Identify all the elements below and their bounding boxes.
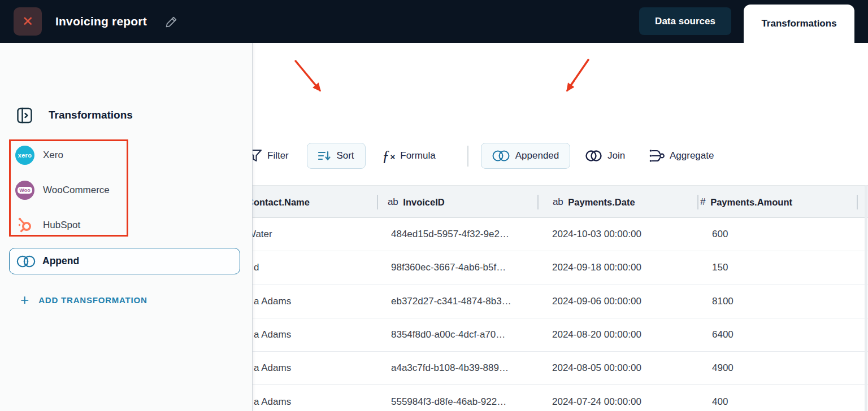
filter-button[interactable]: Filter (248, 143, 289, 169)
source-label: Xero (43, 150, 63, 161)
formula-fx-icon: ƒ× (382, 148, 395, 164)
plus-icon: + (20, 292, 29, 307)
top-bar: ✕ Invoicing report Data sources Transfor… (0, 0, 868, 43)
formula-button[interactable]: ƒ× Formula (382, 143, 436, 169)
table-header: Contact.Name ab InvoiceID ab Payments.Da… (243, 185, 868, 218)
filter-label: Filter (267, 150, 289, 161)
sidebar-title: Transformations (49, 109, 133, 121)
cell-payments-amount: 6400 (712, 318, 734, 351)
text-type-icon: ab (553, 196, 563, 208)
cell-invoice-id: 98f360ec-3667-4ab6-b5f… (391, 251, 506, 284)
sort-icon (318, 151, 331, 161)
cell-invoice-id: 484ed15d-5957-4f32-9e2… (391, 218, 509, 251)
appended-button[interactable]: Appended (481, 143, 570, 169)
sort-label: Sort (336, 150, 354, 161)
join-icon (585, 149, 602, 163)
formula-label: Formula (400, 150, 435, 161)
woocommerce-logo: Woo (15, 181, 34, 200)
cell-invoice-id: a4a3c7fd-b108-4b39-889… (391, 352, 509, 384)
number-type-icon: # (700, 196, 705, 208)
cell-payments-amount: 400 (712, 385, 728, 411)
table-body: Water 484ed15d-5957-4f32-9e2… 2024-10-03… (243, 218, 868, 411)
tab-transformations[interactable]: Transformations (744, 5, 854, 43)
close-button[interactable]: ✕ (14, 7, 42, 36)
column-header-contact-name[interactable]: Contact.Name (247, 186, 310, 218)
hubspot-logo (15, 216, 34, 235)
source-label: HubSpot (43, 220, 80, 231)
sidebar-item-hubspot[interactable]: HubSpot (15, 215, 80, 236)
sidebar-item-xero[interactable]: xero Xero (15, 145, 63, 166)
column-header-invoiceid[interactable]: ab InvoiceID (388, 186, 445, 218)
append-transformation-button[interactable]: Append (9, 248, 240, 274)
close-icon: ✕ (22, 14, 33, 29)
cell-payments-date: 2024-08-20 00:00:00 (552, 318, 641, 351)
cell-payments-date: 2024-10-03 00:00:00 (552, 218, 641, 251)
transformations-sidebar: Transformations xero Xero Woo WooCommerc… (0, 43, 253, 411)
collapse-panel-icon[interactable] (17, 107, 32, 124)
toolbar-divider (467, 146, 468, 167)
table-row[interactable]: d 98f360ec-3667-4ab6-b5f… 2024-09-18 00:… (243, 251, 868, 285)
vertical-scrollbar[interactable] (865, 185, 867, 411)
table-row[interactable]: a Adams a4a3c7fd-b108-4b39-889… 2024-08-… (243, 352, 868, 385)
join-button[interactable]: Join (585, 143, 625, 169)
table-row[interactable]: a Adams eb372d27-c341-4874-8b3… 2024-09-… (243, 285, 868, 318)
aggregate-icon (649, 148, 665, 163)
text-type-icon: ab (388, 196, 398, 208)
cell-contact-name: a Adams (254, 385, 291, 411)
table-row[interactable]: a Adams 8354f8d0-a00c-4dcf-a70… 2024-08-… (243, 318, 868, 352)
add-transformation-label: ADD TRANSFORMATION (38, 295, 147, 305)
add-transformation-button[interactable]: + ADD TRANSFORMATION (20, 292, 147, 307)
cell-contact-name: d (254, 251, 259, 284)
cell-payments-date: 2024-09-18 00:00:00 (552, 251, 641, 284)
cell-invoice-id: 555984f3-d8fe-46ab-922… (391, 385, 506, 411)
aggregate-label: Aggregate (670, 150, 714, 161)
cell-payments-date: 2024-08-05 00:00:00 (552, 352, 641, 384)
cell-invoice-id: eb372d27-c341-4874-8b3… (391, 285, 511, 318)
cell-payments-amount: 600 (712, 218, 728, 251)
sort-button[interactable]: Sort (307, 143, 366, 169)
table-row[interactable]: a Adams 555984f3-d8fe-46ab-922… 2024-07-… (243, 385, 868, 411)
cell-payments-amount: 8100 (712, 285, 734, 318)
table-row[interactable]: Water 484ed15d-5957-4f32-9e2… 2024-10-03… (243, 218, 868, 251)
join-label: Join (607, 150, 625, 161)
column-separator (697, 195, 698, 209)
cell-contact-name: a Adams (254, 285, 291, 318)
column-header-payments-date[interactable]: ab Payments.Date (553, 186, 635, 218)
cell-contact-name: a Adams (254, 352, 291, 384)
column-header-payments-amount[interactable]: # Payments.Amount (700, 186, 792, 218)
column-separator (537, 195, 539, 209)
append-icon (16, 254, 36, 269)
cell-payments-date: 2024-09-06 00:00:00 (552, 285, 641, 318)
cell-payments-date: 2024-07-24 00:00:00 (552, 385, 641, 411)
append-label: Append (42, 255, 79, 267)
column-separator (377, 195, 378, 209)
cell-payments-amount: 150 (712, 251, 728, 284)
cell-payments-amount: 4900 (712, 352, 734, 384)
cell-contact-name: a Adams (254, 318, 291, 351)
appended-label: Appended (515, 150, 559, 161)
tab-data-sources[interactable]: Data sources (639, 7, 731, 35)
xero-logo: xero (15, 146, 34, 165)
edit-pencil-icon[interactable] (164, 15, 179, 29)
column-separator (857, 195, 858, 209)
report-title: Invoicing report (55, 0, 147, 43)
append-icon (492, 149, 510, 163)
sidebar-item-woocommerce[interactable]: Woo WooCommerce (15, 180, 110, 201)
aggregate-button[interactable]: Aggregate (649, 143, 714, 169)
cell-invoice-id: 8354f8d0-a00c-4dcf-a70… (391, 318, 505, 351)
source-label: WooCommerce (43, 185, 110, 196)
